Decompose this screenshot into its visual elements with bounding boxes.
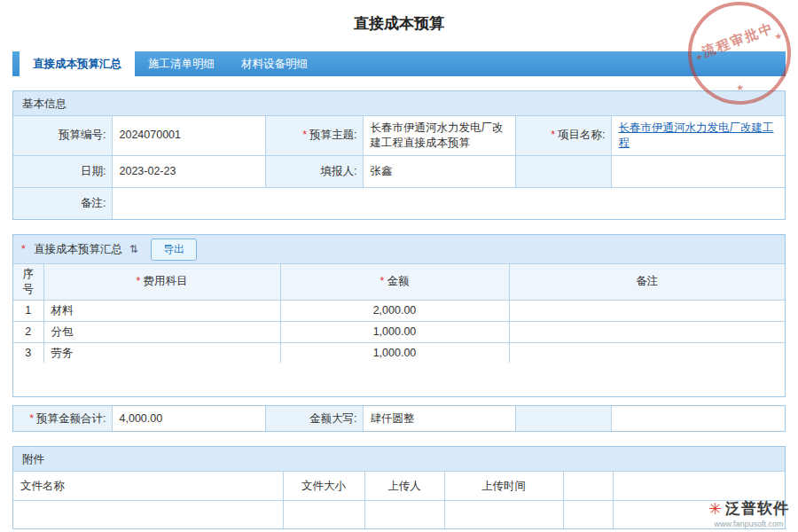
total-amount-label: *预算金额合计:: [13, 406, 112, 431]
required-asterisk: *: [137, 275, 141, 287]
vendor-brand: ✳ 泛普软件 www.fanpusoft.com: [708, 498, 789, 528]
row-amount: 2,000.00: [280, 300, 509, 321]
totals-table: *预算金额合计: 4,000.00 金额大写: 肆仟圆整: [13, 406, 785, 431]
row-subject: 材料: [43, 300, 280, 321]
project-name-label: *项目名称:: [515, 116, 611, 155]
cost-summary-table: 序号 *费用科目 *金额 备注 1 材料 2,000.00 2 分包 1,000…: [13, 264, 785, 363]
row-subject: 分包: [43, 321, 280, 342]
empty-cell: [613, 472, 785, 500]
required-asterisk: *: [29, 412, 34, 425]
attachments-header: 附件: [13, 447, 785, 472]
empty-cell: [364, 500, 444, 528]
required-asterisk: *: [21, 243, 26, 255]
cost-summary-header: * 直接成本预算汇总 ⇅ 导出: [13, 235, 785, 264]
row-amount: 1,000.00: [280, 342, 509, 363]
empty-cell: [563, 472, 613, 500]
attach-col-filesize: 文件大小: [283, 472, 364, 500]
row-amount: 1,000.00: [280, 321, 509, 342]
budget-no-label: 预算编号:: [13, 116, 112, 155]
totals-section: *预算金额合计: 4,000.00 金额大写: 肆仟圆整: [12, 405, 786, 432]
preparer-label: 填报人:: [265, 155, 363, 187]
budget-no-value: 2024070001: [112, 116, 265, 155]
row-no: 2: [13, 321, 43, 342]
empty-label-cell: [515, 406, 611, 431]
empty-cell: [563, 500, 613, 528]
empty-cell: [283, 500, 364, 528]
attachments-section: 附件 文件名称 文件大小 上传人 上传时间: [12, 446, 786, 529]
required-asterisk: *: [380, 275, 385, 287]
remark-value: [112, 187, 785, 219]
amount-in-words-value: 肆仟圆整: [363, 406, 515, 431]
attach-col-upload-time: 上传时间: [444, 472, 563, 500]
vendor-name: 泛普软件: [725, 498, 789, 519]
sort-icon[interactable]: ⇅: [129, 243, 138, 255]
row-remark: [509, 300, 785, 321]
date-value: 2023-02-23: [112, 155, 265, 187]
cost-summary-section: * 直接成本预算汇总 ⇅ 导出 序号 *费用科目 *金额 备注 1 材料 2,0…: [12, 234, 786, 397]
budget-subject-label: *预算主题:: [265, 116, 363, 155]
row-remark: [509, 342, 785, 363]
basic-info-header: 基本信息: [13, 91, 785, 116]
cost-summary-title: 直接成本预算汇总: [34, 242, 122, 257]
tab-bar: 直接成本预算汇总 施工清单明细 材料设备明细: [12, 51, 786, 76]
total-amount-value: 4,000.00: [112, 406, 265, 431]
table-footer-spacer: [13, 363, 785, 396]
date-label: 日期:: [13, 155, 112, 187]
remark-label: 备注:: [13, 187, 112, 219]
budget-subject-value: 长春市伊通河水力发电厂改建工程直接成本预算: [363, 116, 515, 155]
attachments-table: 文件名称 文件大小 上传人 上传时间: [13, 472, 785, 528]
preparer-value: 张鑫: [363, 155, 515, 187]
vendor-url: www.fanpusoft.com: [708, 520, 789, 528]
row-subject: 劳务: [43, 342, 280, 363]
tab-direct-cost-summary[interactable]: 直接成本预算汇总: [20, 51, 135, 76]
empty-cell: [13, 500, 283, 528]
col-header-remark: 备注: [509, 264, 785, 300]
fanpu-logo-icon: ✳: [708, 501, 722, 517]
required-asterisk: *: [302, 129, 307, 141]
empty-label-cell: [515, 155, 611, 187]
table-row: 1 材料 2,000.00: [13, 300, 785, 321]
row-no: 3: [13, 342, 43, 363]
col-header-amount: *金额: [280, 264, 509, 300]
project-name-link[interactable]: 长春市伊通河水力发电厂改建工程: [619, 121, 774, 149]
project-name-cell: 长春市伊通河水力发电厂改建工程: [611, 116, 785, 155]
table-row: [13, 500, 785, 528]
empty-cell: [611, 155, 785, 187]
amount-in-words-label: 金额大写:: [265, 406, 363, 431]
col-header-subject: *费用科目: [43, 264, 280, 300]
table-row: 2 分包 1,000.00: [13, 321, 785, 342]
required-asterisk: *: [551, 129, 555, 141]
tab-construction-list-detail[interactable]: 施工清单明细: [135, 51, 228, 76]
attach-col-filename: 文件名称: [13, 472, 283, 500]
page: 直接成本预算 流程审批中 ★ ★ ★ 直接成本预算汇总 施工清单明细 材料设备明…: [0, 0, 798, 532]
basic-info-table: 预算编号: 2024070001 *预算主题: 长春市伊通河水力发电厂改建工程直…: [13, 116, 785, 219]
col-header-no: 序号: [13, 264, 43, 300]
row-no: 1: [13, 300, 43, 321]
page-title: 直接成本预算: [0, 0, 798, 35]
attach-col-uploader: 上传人: [364, 472, 444, 500]
empty-cell: [444, 500, 563, 528]
table-row: 3 劳务 1,000.00: [13, 342, 785, 363]
empty-cell: [611, 406, 785, 431]
row-remark: [509, 321, 785, 342]
tab-material-equipment-detail[interactable]: 材料设备明细: [228, 51, 321, 76]
export-button[interactable]: 导出: [151, 239, 197, 261]
basic-info-section: 基本信息 预算编号: 2024070001 *预算主题: 长春市伊通河水力发电厂…: [12, 90, 786, 220]
